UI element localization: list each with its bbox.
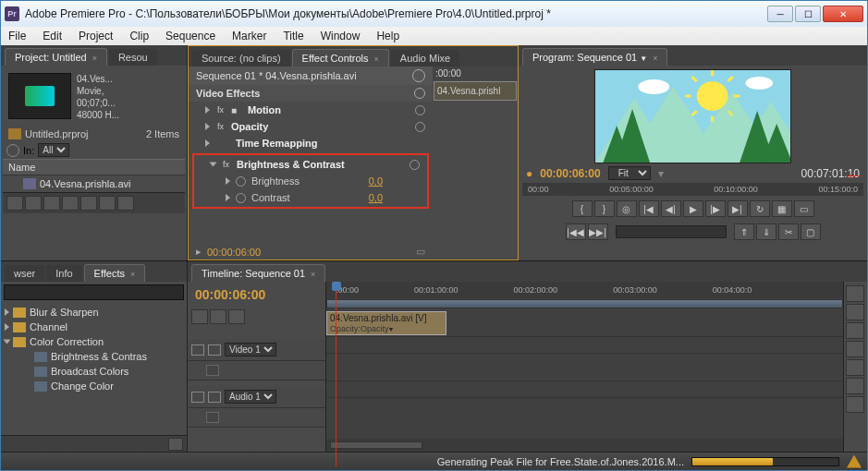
razor-tool[interactable]: [846, 359, 864, 376]
track-select-tool[interactable]: [846, 304, 864, 320]
quality-icon[interactable]: ▾: [658, 167, 664, 180]
icon-view-icon[interactable]: [25, 196, 42, 211]
playhead-icon[interactable]: ▸: [196, 246, 202, 258]
effect-opacity[interactable]: Opacity: [231, 121, 410, 132]
track-select[interactable]: Audio 1: [225, 390, 276, 404]
expand-icon[interactable]: [205, 123, 210, 130]
reset-icon[interactable]: [415, 105, 425, 115]
menu-clip[interactable]: Clip: [129, 30, 149, 42]
mark-in-button[interactable]: {: [572, 200, 593, 217]
effects-search-input[interactable]: [4, 284, 184, 300]
toggle-icon[interactable]: [414, 88, 425, 99]
play-button[interactable]: ▶: [683, 200, 703, 217]
selection-tool[interactable]: [846, 285, 864, 302]
effect-time-remap[interactable]: Time Remapping: [236, 138, 425, 149]
search-scope[interactable]: All: [38, 143, 69, 157]
video-track-header[interactable]: Video 1: [188, 339, 325, 361]
stopwatch-icon[interactable]: [236, 176, 246, 187]
menu-project[interactable]: Project: [79, 30, 113, 42]
menu-window[interactable]: Window: [321, 30, 361, 42]
effect-item[interactable]: Broadcast Colors: [1, 364, 187, 379]
step-back-button[interactable]: ◀|: [661, 200, 681, 217]
pen-tool[interactable]: [846, 396, 864, 413]
audio-track-header[interactable]: Audio 1: [188, 386, 325, 408]
link-icon[interactable]: [210, 309, 226, 324]
expand-icon[interactable]: [226, 194, 230, 201]
effect-motion[interactable]: Motion: [248, 104, 410, 115]
tab-timeline[interactable]: Timeline: Sequence 01×: [191, 264, 325, 282]
goto-out-button[interactable]: ▶|: [727, 200, 748, 217]
video-track-lane[interactable]: 04.Vesna.prishla.avi [V] Opacity:Opacity…: [326, 309, 843, 337]
tab-effect-controls[interactable]: Effect Controls×: [292, 49, 389, 66]
expand-icon[interactable]: [205, 106, 210, 114]
clip-thumbnail[interactable]: [8, 73, 71, 119]
trim-button[interactable]: ✂: [778, 223, 799, 240]
set-marker-button[interactable]: ◎: [617, 200, 637, 217]
expand-icon[interactable]: [205, 139, 210, 147]
expand-icon[interactable]: [226, 177, 230, 185]
effects-folder[interactable]: Channel: [1, 320, 187, 334]
expand-icon[interactable]: [210, 163, 217, 167]
slip-tool[interactable]: [846, 378, 864, 394]
timeline-timecode[interactable]: 00:00:06:00: [188, 282, 325, 308]
reset-icon[interactable]: [410, 160, 420, 170]
lift-button[interactable]: ⇑: [734, 223, 754, 240]
ripple-edit-tool[interactable]: [846, 322, 864, 339]
zoom-fit[interactable]: Fit: [608, 166, 651, 180]
program-tc-current[interactable]: 00:00:06:00: [540, 167, 600, 180]
marker-icon[interactable]: ●: [526, 167, 532, 180]
safe-margins-button[interactable]: ▦: [772, 200, 792, 217]
ec-timecode[interactable]: 00:00:06:00: [207, 247, 261, 258]
track-select[interactable]: Video 1: [225, 343, 276, 356]
project-item[interactable]: 04.Vesna.prishla.avi: [3, 175, 185, 192]
close-button[interactable]: ✕: [823, 6, 863, 22]
marker-icon[interactable]: [228, 309, 245, 324]
menu-file[interactable]: File: [8, 30, 26, 42]
show-hide-icon[interactable]: [412, 69, 425, 82]
rate-stretch-tool[interactable]: [846, 341, 864, 357]
goto-in-button[interactable]: |◀: [639, 200, 659, 217]
collapse-icon[interactable]: [206, 365, 219, 376]
bin-name[interactable]: Untitled.prproj: [25, 128, 88, 139]
maximize-button[interactable]: ☐: [795, 6, 821, 22]
menu-edit[interactable]: Edit: [43, 30, 62, 42]
search-icon[interactable]: [6, 144, 19, 157]
export-frame-button[interactable]: ▢: [801, 223, 821, 240]
zoom-slider[interactable]: [330, 441, 422, 449]
eye-icon[interactable]: [191, 344, 204, 356]
brightness-value[interactable]: 0,0: [369, 175, 383, 187]
menu-sequence[interactable]: Sequence: [165, 30, 215, 42]
tab-audio-mixer[interactable]: Audio Mixe: [391, 50, 459, 66]
loop-button[interactable]: ↻: [750, 200, 770, 217]
tab-effects[interactable]: Effects×: [84, 264, 146, 282]
timeline-ruler[interactable]: :00:0000:01:00:0000:02:00:0000:03:00:000…: [326, 282, 843, 298]
lock-icon[interactable]: [208, 344, 221, 356]
lock-icon[interactable]: [208, 392, 221, 403]
tab-info[interactable]: Info: [46, 265, 81, 282]
new-item-icon[interactable]: [99, 196, 116, 211]
reset-icon[interactable]: [415, 122, 425, 132]
minimize-button[interactable]: ─: [767, 6, 793, 22]
automate-icon[interactable]: [43, 196, 60, 211]
tab-project[interactable]: Project: Untitled×: [5, 48, 107, 66]
effect-item[interactable]: Brightness & Contras: [1, 349, 187, 364]
step-fwd-button[interactable]: |▶: [705, 200, 726, 217]
new-bin-icon[interactable]: [80, 196, 97, 211]
timeline-clip[interactable]: 04.Vesna.prishla.avi [V] Opacity:Opacity…: [326, 311, 446, 335]
list-view-icon[interactable]: [6, 196, 23, 211]
tab-program[interactable]: Program: Sequence 01 ▼×: [522, 48, 667, 66]
effect-item[interactable]: Change Color: [1, 379, 187, 393]
warning-icon[interactable]: [847, 455, 862, 468]
find-icon[interactable]: [62, 196, 79, 211]
speaker-icon[interactable]: [191, 392, 204, 403]
jog-shuttle[interactable]: [616, 225, 727, 238]
effect-brightness-contrast[interactable]: Brightness & Contrast: [237, 159, 404, 170]
effects-folder[interactable]: Color Correction: [1, 334, 187, 349]
work-area-bar[interactable]: [326, 299, 843, 308]
collapse-icon[interactable]: [206, 412, 219, 423]
delete-icon[interactable]: [117, 196, 134, 211]
menu-help[interactable]: Help: [376, 30, 399, 42]
zoom-icon[interactable]: ▭: [416, 246, 425, 258]
program-video[interactable]: [594, 69, 791, 163]
prev-edit-button[interactable]: |◀◀: [566, 223, 586, 240]
